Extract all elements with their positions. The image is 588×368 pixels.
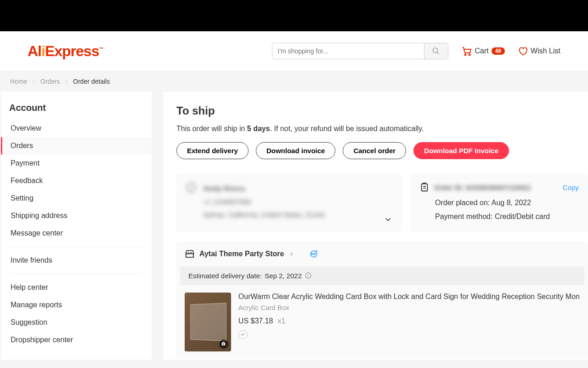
search-icon [432, 47, 440, 55]
cancel-order-button[interactable]: Cancel order [343, 142, 406, 159]
store-section: Aytai Theme Party Store Estimated delive… [176, 242, 588, 359]
sidebar-item-suggestion[interactable]: Suggestion [1, 314, 152, 331]
sidebar-item-dropshipper-center[interactable]: Dropshipper center [1, 331, 152, 349]
shipping-name: Heidy Rivera [203, 182, 325, 196]
store-name[interactable]: Aytai Theme Party Store [199, 250, 284, 258]
cart-label: Cart [475, 47, 489, 55]
order-id: Order ID: 81535030657133521 [434, 184, 531, 191]
sidebar-item-message-center[interactable]: Message center [1, 224, 152, 242]
shipping-info-box: Heidy Rivera +1 1234567890 Sylmar, Calif… [176, 174, 402, 232]
sidebar-item-payment[interactable]: Payment [1, 155, 152, 172]
extend-delivery-button[interactable]: Extend delivery [176, 142, 249, 159]
svg-line-1 [437, 52, 439, 54]
check-icon [240, 332, 245, 337]
product-quantity: x1 [277, 317, 285, 325]
sidebar: Account Overview Orders Payment Feedback… [1, 92, 152, 360]
order-placed-date: Order placed on: Aug 8, 2022 [435, 196, 579, 210]
product-row: OurWarm Clear Acrylic Wedding Card Box w… [176, 285, 588, 359]
download-pdf-invoice-button[interactable]: Download PDF Invoice [413, 142, 509, 159]
top-black-bar [0, 0, 588, 31]
order-info-box: Order ID: 81535030657133521 Copy Order p… [410, 174, 588, 232]
product-variant: Acrylic Card Box [238, 304, 580, 311]
sidebar-item-manage-reports[interactable]: Manage reports [1, 296, 152, 314]
cart-link[interactable]: Cart 48 [461, 46, 505, 57]
product-image[interactable] [185, 293, 231, 351]
camera-icon [221, 341, 226, 346]
logo[interactable]: AliExpress™ [28, 43, 103, 60]
store-icon [185, 249, 195, 259]
product-title[interactable]: OurWarm Clear Acrylic Wedding Card Box w… [238, 293, 580, 301]
cart-badge: 48 [492, 47, 505, 55]
breadcrumb-orders[interactable]: Orders [40, 78, 60, 85]
heart-icon [518, 46, 528, 56]
svg-point-3 [469, 54, 470, 56]
wishlist-label: Wish List [531, 47, 560, 55]
sidebar-item-setting[interactable]: Setting [1, 190, 152, 207]
sidebar-item-feedback[interactable]: Feedback [1, 172, 152, 190]
svg-point-6 [313, 253, 314, 254]
download-invoice-button[interactable]: Download invoice [256, 142, 336, 159]
chevron-right-icon [288, 251, 295, 257]
info-icon[interactable] [305, 272, 312, 279]
sidebar-title: Account [1, 103, 152, 120]
svg-point-9 [223, 344, 224, 345]
svg-point-0 [433, 48, 438, 53]
shipping-address: Sylmar, California, United States, 91342 [203, 208, 325, 222]
status-description: This order will ship in 5 days. If not, … [176, 125, 588, 133]
sidebar-item-orders[interactable]: Orders [1, 137, 152, 155]
sidebar-item-invite-friends[interactable]: Invite friends [1, 252, 152, 269]
search-box [272, 43, 448, 59]
shipping-phone: +1 1234567890 [203, 196, 325, 209]
breadcrumb-current: Order details [73, 78, 110, 85]
search-button[interactable] [424, 43, 448, 59]
payment-method: Payment method: Credit/Debit card [435, 210, 579, 224]
chevron-down-icon [384, 215, 393, 224]
sidebar-item-shipping-address[interactable]: Shipping address [1, 207, 152, 224]
search-input[interactable] [272, 43, 424, 59]
expand-shipping-button[interactable] [384, 215, 393, 224]
chat-icon [309, 249, 318, 259]
chat-button[interactable] [309, 249, 318, 259]
delivery-estimate: Estimated delivery date: Sep 2, 2022 [180, 266, 584, 285]
verified-badge [238, 330, 248, 339]
page-title: To ship [176, 104, 588, 117]
svg-point-2 [464, 54, 466, 56]
cart-icon [461, 46, 472, 57]
wishlist-link[interactable]: Wish List [518, 46, 560, 56]
camera-badge [219, 339, 228, 349]
breadcrumb-home[interactable]: Home [10, 78, 27, 85]
shield-icon [186, 182, 197, 193]
main-content: To ship This order will ship in 5 days. … [164, 92, 588, 360]
sidebar-item-overview[interactable]: Overview [1, 120, 152, 137]
header: AliExpress™ Cart 48 Wish List [0, 31, 588, 71]
product-price: US $37.18 [238, 317, 273, 325]
svg-rect-4 [422, 184, 428, 191]
clipboard-icon [419, 182, 430, 192]
breadcrumb: Home › Orders › Order details [0, 71, 588, 92]
copy-order-id-link[interactable]: Copy [563, 184, 579, 191]
svg-point-5 [311, 253, 312, 254]
svg-point-7 [315, 253, 316, 254]
sidebar-item-help-center[interactable]: Help center [1, 279, 152, 296]
